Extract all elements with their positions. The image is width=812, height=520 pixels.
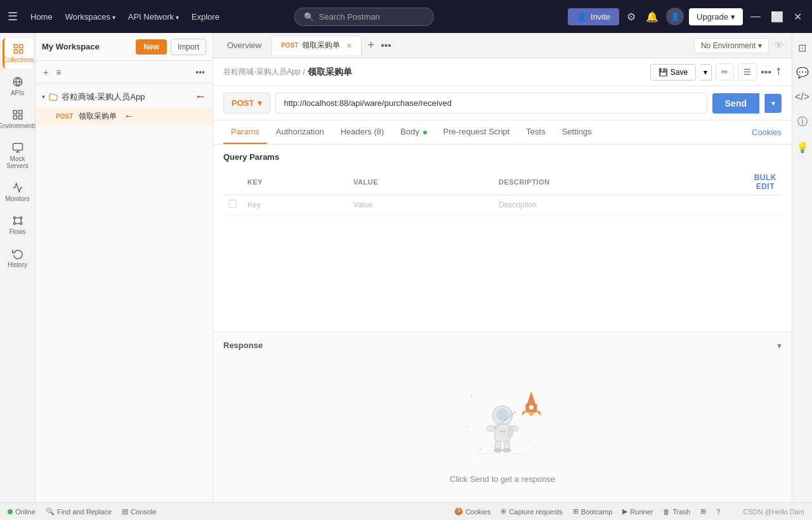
sidebar-item-monitors[interactable]: Monitors (3, 177, 33, 207)
trash-button[interactable]: 🗑 Trash (663, 508, 690, 516)
desc-header: DESCRIPTION (494, 169, 749, 195)
tab-tests[interactable]: Tests (518, 120, 553, 144)
more-actions-icon[interactable]: ••• (761, 67, 771, 78)
minimize-button[interactable]: — (748, 8, 763, 25)
sidebar-item-apis[interactable]: APIs (3, 71, 33, 101)
help-icon[interactable]: ? (716, 508, 720, 516)
online-status[interactable]: Online (8, 508, 36, 516)
monitors-icon (12, 182, 23, 193)
more-tabs-button[interactable]: ••• (381, 40, 391, 51)
sidebar-item-mock-servers[interactable]: Mock Servers (3, 137, 33, 174)
response-area: Response ▾ (213, 331, 792, 503)
close-tab-icon[interactable]: × (346, 41, 351, 51)
edit-icon[interactable]: ✏ (716, 63, 734, 81)
search-bar[interactable]: 🔍 Search Postman (294, 8, 434, 26)
layout-icon[interactable]: ⊞ (700, 507, 706, 516)
info-icon[interactable]: ⓘ (794, 112, 811, 133)
upgrade-button[interactable]: Upgrade ▾ (689, 8, 743, 25)
explore-nav[interactable]: Explore (187, 10, 225, 24)
overview-tab[interactable]: Overview (218, 37, 270, 54)
svg-rect-1 (20, 44, 23, 48)
light-bulb-icon[interactable]: 💡 (792, 138, 813, 157)
console-button[interactable]: ▤ Console (122, 507, 156, 516)
send-button[interactable]: Send (712, 93, 759, 114)
tab-params[interactable]: Params (223, 120, 267, 144)
sort-icon[interactable]: ≡ (53, 65, 63, 80)
add-tab-button[interactable]: + (363, 39, 380, 52)
flows-icon (12, 215, 23, 226)
value-cell[interactable]: Value (348, 195, 494, 215)
response-header[interactable]: Response ▾ (213, 332, 792, 360)
find-replace-button[interactable]: 🔍 Find and Replace (46, 507, 112, 516)
tab-headers[interactable]: Headers (8) (333, 120, 392, 144)
runner-button[interactable]: ▶ Runner (622, 507, 653, 516)
cookies-status-button[interactable]: 🍪 Cookies (454, 507, 491, 516)
svg-rect-27 (487, 426, 495, 431)
new-button[interactable]: New (136, 39, 167, 55)
sidebar-item-history[interactable]: History (3, 243, 33, 273)
svg-point-20 (528, 439, 530, 441)
env-chevron-icon: ▾ (758, 41, 762, 50)
svg-point-21 (466, 426, 468, 427)
list-icon[interactable]: ☰ (738, 63, 757, 81)
comment-icon[interactable]: 💬 (792, 63, 813, 82)
collection-item[interactable]: ▾ 谷粒商城-采购人员App ← (36, 86, 213, 107)
tab-authorization[interactable]: Authorization (268, 120, 332, 144)
home-nav[interactable]: Home (25, 10, 58, 24)
response-label: Response (223, 341, 772, 350)
request-tab[interactable]: POST 领取采购单 × (272, 36, 361, 55)
key-header: KEY (242, 169, 348, 195)
collections-icon (13, 43, 24, 55)
save-arrow-annotation: ↑ (775, 63, 782, 78)
maximize-button[interactable]: ⬜ (768, 8, 786, 25)
key-cell[interactable]: Key (242, 195, 348, 215)
save-dropdown-button[interactable]: ▾ (700, 64, 712, 81)
mock-servers-icon (12, 142, 23, 153)
no-environment-select[interactable]: No Environment ▾ (694, 38, 769, 53)
query-params-label: Query Params (223, 152, 782, 162)
sidebar-item-flows[interactable]: Flows (3, 210, 33, 240)
more-options-icon[interactable]: ••• (193, 65, 207, 80)
request-item[interactable]: POST 领取采购单 ← (36, 107, 213, 125)
search-label: Search Postman (319, 12, 380, 22)
row-checkbox[interactable] (228, 200, 237, 208)
bulk-edit-header: Bulk Edit (749, 169, 782, 195)
sidebar-item-environments[interactable]: Environments (3, 104, 33, 134)
method-select[interactable]: POST ▾ (223, 93, 270, 114)
folder-icon (49, 93, 58, 101)
right-sidebar-toggle[interactable]: ⊡ (794, 38, 810, 58)
trash-icon: 🗑 (663, 508, 670, 516)
api-network-nav[interactable]: API Network (123, 10, 184, 24)
tab-pre-request[interactable]: Pre-request Script (436, 120, 518, 144)
avatar[interactable]: 👤 (666, 8, 684, 25)
eye-icon[interactable]: 👁 (771, 37, 787, 54)
invite-button[interactable]: 👤 Invite (568, 8, 619, 25)
code-icon[interactable]: </> (791, 88, 812, 107)
desc-cell[interactable]: Description (494, 195, 749, 215)
bootcamp-button[interactable]: ⊞ Bootcamp (573, 507, 613, 516)
panel-content: ▾ 谷粒商城-采购人员App ← POST 领取采购单 ← (36, 84, 213, 502)
close-button[interactable]: ✕ (791, 8, 804, 25)
menu-icon[interactable]: ☰ (8, 10, 18, 23)
value-header: VALUE (348, 169, 494, 195)
runner-icon: ▶ (622, 507, 627, 516)
url-input[interactable] (275, 93, 707, 114)
settings-icon[interactable]: ⚙ (624, 8, 638, 25)
send-dropdown-button[interactable]: ▾ (764, 94, 782, 113)
collection-name: 谷粒商城-采购人员App (62, 91, 145, 103)
bell-icon[interactable]: 🔔 (643, 8, 661, 25)
sidebar-item-collections[interactable]: Collections (3, 38, 33, 68)
cookies-link[interactable]: Cookies (752, 127, 782, 137)
workspaces-nav[interactable]: Workspaces (60, 10, 121, 24)
bulk-edit-button[interactable]: Bulk Edit (754, 173, 776, 191)
add-collection-icon[interactable]: + (41, 65, 51, 80)
svg-rect-0 (14, 44, 17, 48)
table-row: Key Value Description (223, 195, 782, 215)
svg-rect-2 (14, 50, 17, 53)
tab-settings[interactable]: Settings (554, 120, 599, 144)
tab-body[interactable]: Body (393, 120, 434, 144)
svg-rect-33 (508, 427, 513, 436)
import-button[interactable]: Import (171, 39, 206, 55)
save-button[interactable]: 💾 Save (650, 64, 696, 81)
capture-requests-button[interactable]: ⊕ Capture requests (501, 507, 562, 516)
